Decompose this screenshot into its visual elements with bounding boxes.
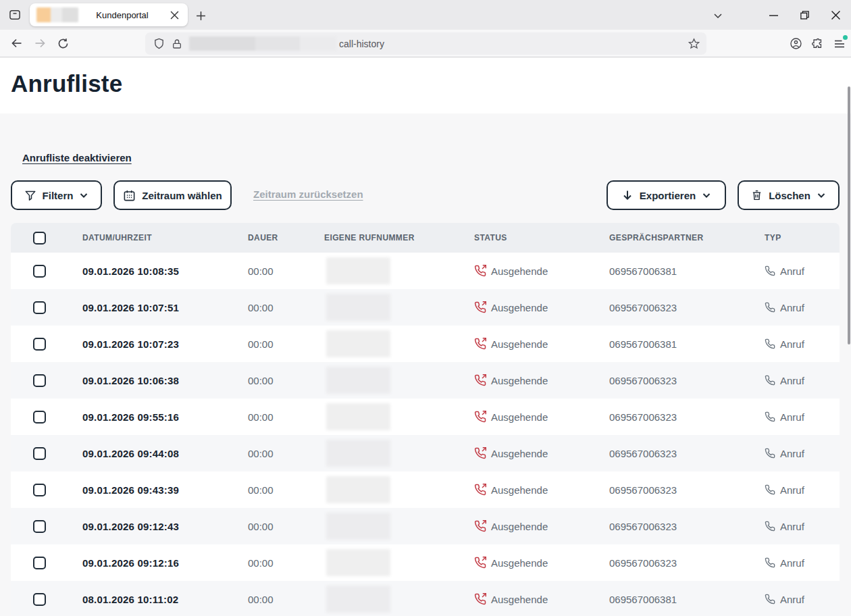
export-button[interactable]: Exportieren [607,180,726,210]
shield-icon[interactable] [153,38,165,49]
row-type-label: Anruf [780,557,804,569]
window-close-icon[interactable] [820,0,851,30]
row-type-label: Anruf [780,375,804,386]
choose-period-button[interactable]: Zeitraum wählen [113,180,232,210]
browser-titlebar: Kundenportal [0,0,851,30]
phone-icon [765,557,775,568]
row-own-number-redacted [326,403,390,430]
row-partner: 069567006323 [609,484,765,496]
row-own-number-redacted [326,549,390,576]
tab-overflow-chevron-icon[interactable] [709,7,727,24]
row-partner: 069567006381 [609,265,765,277]
reload-icon[interactable] [51,32,74,54]
back-icon[interactable] [5,32,28,54]
lock-icon[interactable] [172,38,182,49]
row-type-label: Anruf [780,302,804,313]
bookmark-star-icon[interactable] [688,38,700,49]
table-row[interactable]: 09.01.2026 10:07:51 00:00 Ausgehende 069… [11,289,840,326]
export-button-label: Exportieren [640,190,696,201]
row-partner: 069567006323 [609,521,765,532]
row-duration: 00:00 [248,557,324,569]
calendar-icon [123,189,136,202]
url-bar[interactable]: call-history [145,32,706,55]
row-checkbox[interactable] [33,338,46,351]
row-checkbox[interactable] [33,520,46,533]
row-duration: 00:00 [248,594,324,605]
filter-funnel-icon [24,189,36,201]
browser-tab[interactable]: Kundenportal [30,3,188,26]
row-duration: 00:00 [248,375,324,386]
delete-button-label: Löschen [769,190,810,201]
row-partner: 069567006323 [609,411,765,423]
row-checkbox[interactable] [33,411,46,424]
table-row[interactable]: 08.01.2026 10:11:02 00:00 Ausgehende 069… [11,581,840,616]
row-datetime: 09.01.2026 09:55:16 [82,411,248,423]
table-row[interactable]: 09.01.2026 09:44:08 00:00 Ausgehende 069… [11,435,840,471]
actions-row: Filtern Zeitraum wählen Zeitraum zurücks… [0,180,851,210]
row-checkbox[interactable] [33,447,46,460]
phone-icon [765,484,775,495]
filter-button-label: Filtern [43,190,74,201]
row-partner: 069567006381 [609,338,765,350]
row-status-label: Ausgehende [491,594,548,605]
row-type-label: Anruf [780,411,804,423]
table-row[interactable]: 09.01.2026 09:43:39 00:00 Ausgehende 069… [11,471,840,508]
row-checkbox[interactable] [33,593,46,606]
row-status-label: Ausgehende [491,484,548,496]
row-status-label: Ausgehende [491,302,548,313]
table-row[interactable]: 09.01.2026 10:07:23 00:00 Ausgehende 069… [11,326,840,362]
outgoing-call-icon [474,447,486,459]
row-status-label: Ausgehende [491,411,548,423]
tab-close-icon[interactable] [166,7,182,23]
row-own-number-redacted [326,367,390,394]
row-own-number-redacted [326,294,390,321]
extensions-puzzle-icon[interactable] [812,38,824,50]
phone-icon [765,594,775,605]
row-status-label: Ausgehende [491,375,548,386]
row-own-number-redacted [326,476,390,503]
row-datetime: 09.01.2026 09:44:08 [82,448,248,459]
deactivate-call-list-link[interactable]: Anrufliste deaktivieren [22,152,132,163]
row-own-number-redacted [326,440,390,467]
page-scrollbar-thumb[interactable] [848,86,850,344]
account-icon[interactable] [790,37,802,50]
table-row[interactable]: 09.01.2026 10:08:35 00:00 Ausgehende 069… [11,253,840,289]
row-own-number-redacted [326,513,390,540]
row-own-number-redacted [326,257,390,284]
row-checkbox[interactable] [33,265,46,278]
header-datetime: DATUM/UHRZEIT [82,233,248,242]
row-duration: 00:00 [248,521,324,532]
url-path-text: call-history [339,38,384,49]
row-status-label: Ausgehende [491,557,548,569]
phone-icon [765,411,775,422]
row-own-number-redacted [326,586,390,613]
reset-period-link[interactable]: Zeitraum zurücksetzen [253,188,363,200]
row-checkbox[interactable] [33,301,46,314]
phone-icon [765,521,775,532]
menu-hamburger-icon[interactable] [833,38,846,50]
row-checkbox[interactable] [33,557,46,569]
table-row[interactable]: 09.01.2026 09:12:43 00:00 Ausgehende 069… [11,508,840,544]
row-type-label: Anruf [780,338,804,350]
table-row[interactable]: 09.01.2026 09:12:16 00:00 Ausgehende 069… [11,544,840,581]
new-tab-button[interactable] [192,7,209,24]
restore-icon[interactable] [789,0,820,30]
delete-button[interactable]: Löschen [738,180,840,210]
trash-icon [751,189,763,201]
filter-button[interactable]: Filtern [11,180,102,210]
firefox-view-icon[interactable] [4,4,26,26]
row-datetime: 08.01.2026 10:11:02 [82,594,248,605]
minimize-icon[interactable] [758,0,789,30]
row-status-label: Ausgehende [491,338,548,350]
url-domain-redacted [189,36,336,51]
row-checkbox[interactable] [33,484,46,496]
select-all-checkbox[interactable] [33,232,46,245]
phone-icon [765,448,775,459]
table-row[interactable]: 09.01.2026 10:06:38 00:00 Ausgehende 069… [11,362,840,399]
outgoing-call-icon [474,520,486,532]
row-datetime: 09.01.2026 09:12:16 [82,557,248,569]
table-row[interactable]: 09.01.2026 09:55:16 00:00 Ausgehende 069… [11,399,840,435]
row-checkbox[interactable] [33,374,46,387]
header-duration: DAUER [248,233,324,242]
chevron-down-icon [79,190,88,200]
